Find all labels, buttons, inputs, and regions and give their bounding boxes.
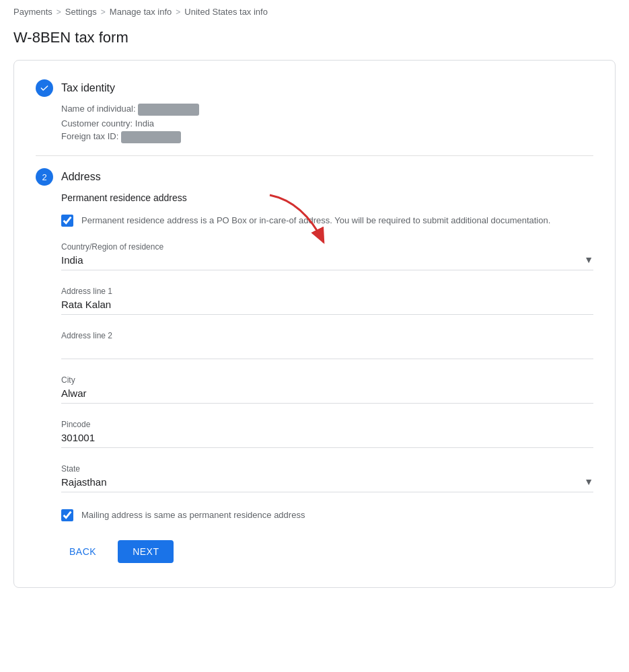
name-redacted: JIMMEDEENA xyxy=(138,104,199,116)
address1-value[interactable]: Rata Kalan xyxy=(61,299,593,315)
state-dropdown-arrow-icon: ▼ xyxy=(584,476,593,487)
country-dropdown[interactable]: India ▼ xyxy=(61,254,593,270)
name-row: Name of individual: JIMMEDEENA xyxy=(61,104,593,116)
country-dropdown-arrow-icon: ▼ xyxy=(584,254,593,265)
address1-label: Address line 1 xyxy=(61,287,593,296)
po-box-checkbox[interactable] xyxy=(61,215,73,227)
pincode-field-group: Pincode 301001 xyxy=(61,420,593,448)
po-box-label[interactable]: Permanent residence address is a PO Box … xyxy=(81,214,550,227)
customer-country-value: India xyxy=(135,118,154,128)
mailing-checkbox[interactable] xyxy=(61,509,73,521)
back-button[interactable]: BACK xyxy=(61,541,104,562)
address-header: 2 Address xyxy=(36,168,593,186)
tax-identity-check-icon xyxy=(36,79,53,97)
breadcrumb-current: United States tax info xyxy=(184,7,268,17)
address2-value[interactable] xyxy=(61,343,593,359)
permanent-residence-title: Permanent residence address xyxy=(61,192,593,203)
address-title: Address xyxy=(61,171,101,183)
state-label: State xyxy=(61,464,593,474)
city-field-group: City Alwar xyxy=(61,375,593,404)
page-title: W-8BEN tax form xyxy=(13,29,616,46)
state-dropdown[interactable]: Rajasthan ▼ xyxy=(61,476,593,492)
city-value[interactable]: Alwar xyxy=(61,387,593,404)
tax-identity-section: Tax identity Name of individual: JIMMEDE… xyxy=(36,79,593,143)
pincode-value[interactable]: 301001 xyxy=(61,432,593,448)
next-button[interactable]: NEXT xyxy=(118,540,174,563)
city-label: City xyxy=(61,375,593,385)
mailing-checkbox-wrap[interactable] xyxy=(61,509,73,521)
state-dropdown-value: Rajasthan xyxy=(61,476,107,488)
foreign-tax-redacted: BATEHU70SK xyxy=(121,131,181,143)
tax-identity-title: Tax identity xyxy=(61,82,115,94)
country-row: Customer country: India xyxy=(61,118,593,128)
po-box-row: Permanent residence address is a PO Box … xyxy=(61,214,593,227)
mailing-label[interactable]: Mailing address is same as permanent res… xyxy=(81,509,305,522)
button-row: BACK NEXT xyxy=(61,540,593,563)
breadcrumb-sep-1: > xyxy=(57,7,61,17)
section-divider xyxy=(36,155,593,156)
breadcrumb-payments[interactable]: Payments xyxy=(13,7,52,17)
state-field-group: State Rajasthan ▼ xyxy=(61,464,593,492)
breadcrumb-sep-3: > xyxy=(176,7,180,17)
breadcrumb-manage-tax-info[interactable]: Manage tax info xyxy=(110,7,172,17)
tax-identity-body: Name of individual: JIMMEDEENA Customer … xyxy=(61,104,593,143)
tax-identity-header: Tax identity xyxy=(36,79,593,97)
address-body: Permanent residence address Permanent re… xyxy=(61,192,593,563)
address1-field-group: Address line 1 Rata Kalan xyxy=(61,287,593,315)
address2-label: Address line 2 xyxy=(61,331,593,340)
breadcrumb-settings[interactable]: Settings xyxy=(65,7,97,17)
mailing-address-row: Mailing address is same as permanent res… xyxy=(61,509,593,522)
main-card: Tax identity Name of individual: JIMMEDE… xyxy=(13,60,616,588)
breadcrumb: Payments > Settings > Manage tax info > … xyxy=(13,7,616,17)
address-number-icon: 2 xyxy=(36,168,53,186)
pincode-label: Pincode xyxy=(61,420,593,429)
name-label: Name of individual: xyxy=(61,104,136,114)
foreign-tax-row: Foreign tax ID: BATEHU70SK xyxy=(61,131,593,143)
foreign-tax-label: Foreign tax ID: xyxy=(61,131,118,141)
country-field-group: Country/Region of residence India ▼ xyxy=(61,242,593,270)
address-section: 2 Address Permanent residence address Pe… xyxy=(36,168,593,563)
country-dropdown-value: India xyxy=(61,254,83,266)
arrow-annotation: Country/Region of residence India ▼ xyxy=(61,242,593,270)
po-box-checkbox-wrap[interactable] xyxy=(61,215,73,227)
country-label: Country/Region of residence xyxy=(61,242,593,252)
address2-field-group: Address line 2 xyxy=(61,331,593,359)
breadcrumb-sep-2: > xyxy=(101,7,106,17)
customer-country-label: Customer country: xyxy=(61,118,133,128)
